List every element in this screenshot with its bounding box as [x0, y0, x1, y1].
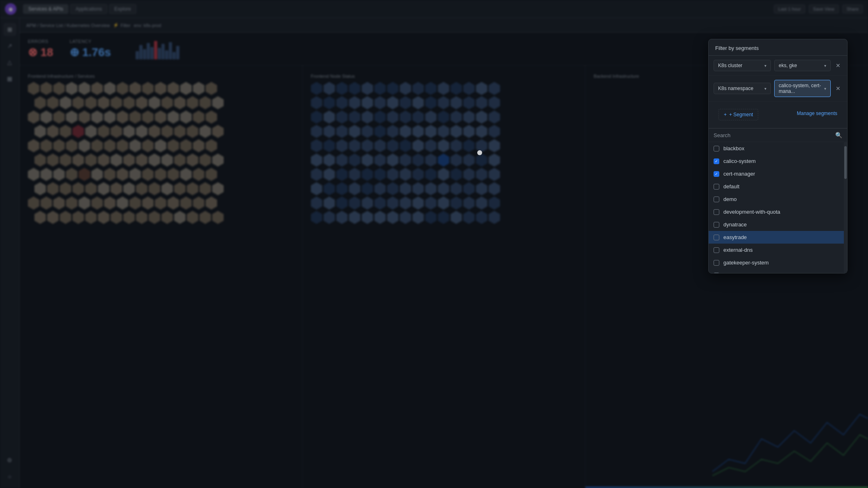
tab-applications[interactable]: Applications [70, 4, 107, 14]
gatekeeper-system-checkbox[interactable] [714, 260, 719, 266]
env-tag: env: k8s-prod [134, 23, 161, 28]
cert-manager-checkbox[interactable] [714, 171, 719, 177]
sidebar-settings-icon[interactable]: ⚙ [3, 454, 16, 467]
time-range-btn[interactable]: Last 1 hour [774, 5, 805, 14]
filter-row-namespace: K8s namespace ▾ calico-system, cert-mana… [709, 76, 847, 102]
sidebar-user-icon[interactable]: ○ [3, 470, 16, 483]
chevron-down-icon-4: ▾ [824, 86, 826, 91]
tab-services[interactable]: Services & APIs [23, 4, 68, 14]
development-with-quota-checkbox[interactable] [714, 209, 719, 215]
sidebar-grid-icon[interactable]: ▦ [3, 72, 16, 85]
list-item[interactable]: dynatrace [709, 218, 847, 231]
gke-managed-system-checkbox[interactable] [714, 273, 719, 273]
remove-namespace-filter-btn[interactable]: ✕ [834, 84, 842, 93]
filter-panel: Filter by segments K8s cluster ▾ eks, gk… [708, 39, 848, 273]
hex-panel-2: Frontend Node Status const rows2 = 10, c… [303, 66, 586, 488]
dropdown-items-list: blackbox calico-system cert-manager defa… [709, 142, 847, 273]
calico-system-checkbox[interactable] [714, 158, 719, 164]
external-dns-checkbox[interactable] [714, 247, 719, 253]
errors-stat: Errors ⊗ 18 [28, 39, 53, 59]
remove-cluster-filter-btn[interactable]: ✕ [834, 61, 842, 70]
tab-explore[interactable]: Explore [109, 4, 136, 14]
list-item[interactable]: cert-manager [709, 167, 847, 180]
search-icon: 🔍 [835, 132, 842, 138]
list-item[interactable]: easytrade [709, 231, 847, 244]
manage-segments-link[interactable]: Manage segments [792, 109, 842, 120]
filter-btn[interactable]: ⚡ Filter [113, 23, 130, 28]
default-checkbox[interactable] [714, 184, 719, 190]
plus-icon: + [724, 112, 727, 117]
sidebar-home-icon[interactable]: ⊞ [3, 23, 16, 36]
list-item[interactable]: gke-managed-system [709, 269, 847, 273]
hex-panel-1: Frontend Infrastructure / Services const… [20, 66, 303, 488]
app-logo: ◉ [5, 3, 16, 15]
blackbox-checkbox[interactable] [714, 146, 719, 151]
dynatrace-checkbox[interactable] [714, 222, 719, 228]
search-input[interactable] [714, 132, 832, 138]
search-box: 🔍 [709, 129, 847, 142]
filter-panel-header: Filter by segments [709, 39, 847, 56]
chevron-down-icon: ▾ [764, 63, 766, 68]
chevron-down-icon-3: ▾ [764, 86, 766, 91]
k8s-namespace-dropdown[interactable]: K8s namespace ▾ [714, 83, 771, 94]
save-view-btn[interactable]: Save View [809, 5, 839, 14]
k8s-namespace-value[interactable]: calico-system, cert-mana... ▾ [774, 80, 831, 97]
k8s-cluster-dropdown[interactable]: K8s cluster ▾ [714, 60, 771, 71]
list-item[interactable]: demo [709, 193, 847, 206]
list-item[interactable]: external-dns [709, 244, 847, 256]
scrollbar-thumb[interactable] [844, 146, 847, 179]
chevron-down-icon-2: ▾ [824, 63, 826, 68]
sub-header: APM / Service List / Kubernetes Overview… [20, 18, 868, 33]
easytrade-checkbox[interactable] [714, 235, 719, 240]
sidebar: ⊞ ↗ △ ▦ ⚙ ○ [0, 18, 20, 488]
sidebar-chart-icon[interactable]: ↗ [3, 39, 16, 52]
list-item[interactable]: gatekeeper-system [709, 256, 847, 269]
share-btn[interactable]: Share [842, 5, 863, 14]
filter-row-cluster: K8s cluster ▾ eks, gke ▾ ✕ [709, 56, 847, 76]
list-item[interactable]: default [709, 180, 847, 193]
latency-stat: Latency ⊕ 1.76s [70, 39, 111, 59]
list-item[interactable]: development-with-quota [709, 206, 847, 218]
scrollbar-track [844, 142, 847, 273]
add-segment-btn[interactable]: + + Segment [718, 109, 758, 120]
k8s-cluster-value[interactable]: eks, gke ▾ [774, 60, 831, 71]
demo-checkbox[interactable] [714, 197, 719, 202]
sidebar-alert-icon[interactable]: △ [3, 56, 16, 69]
breadcrumb: APM / Service List / Kubernetes Overview [26, 23, 110, 28]
list-item[interactable]: calico-system [709, 155, 847, 167]
list-item[interactable]: blackbox [709, 142, 847, 155]
namespace-dropdown-list: 🔍 blackbox calico-system cert-manager [709, 128, 847, 273]
